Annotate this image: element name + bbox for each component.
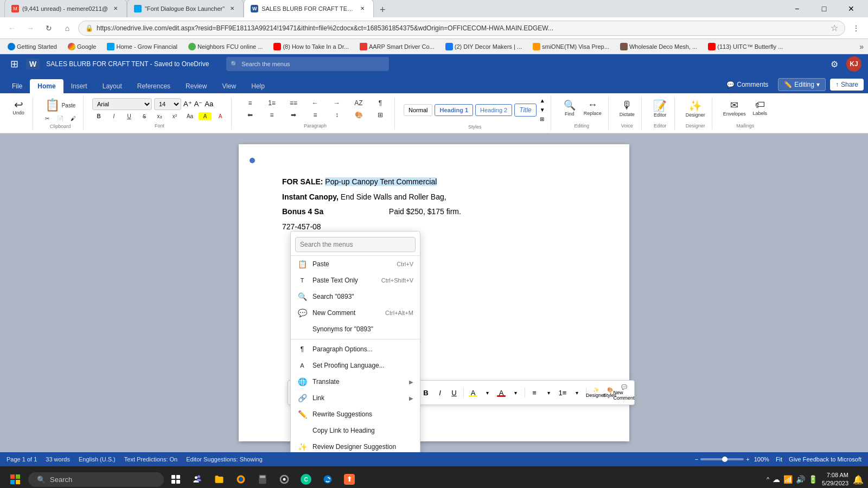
battery-icon[interactable]: 🔋	[808, 475, 818, 484]
bold-button[interactable]: B	[92, 112, 105, 120]
mt-bullets-dropdown[interactable]: ▾	[542, 387, 554, 399]
ctx-rewrite[interactable]: ✏️ Rewrite Suggestions	[291, 406, 420, 422]
mt-highlight-dropdown[interactable]: ▾	[481, 387, 493, 399]
bookmark-neighbors[interactable]: Neighbors FCU online ...	[185, 42, 266, 52]
shading-button[interactable]: 🎨	[349, 110, 368, 120]
font-color-button[interactable]: A	[214, 112, 227, 120]
edge-button[interactable]	[318, 470, 337, 488]
back-button[interactable]: ←	[4, 21, 20, 36]
cricut-button[interactable]: C	[296, 470, 316, 488]
editing-button[interactable]: ✏️ Editing ▾	[778, 78, 826, 91]
firefox-button[interactable]	[231, 470, 251, 488]
borders-button[interactable]: ⊞	[371, 110, 390, 120]
mt-numbering-dropdown[interactable]: ▾	[571, 387, 583, 399]
zoom-slider[interactable]	[700, 458, 744, 460]
tab-word[interactable]: W SALES BLURB FOR CRAFT TENT ✕	[244, 0, 374, 17]
align-left-button[interactable]: ⬅	[240, 110, 260, 120]
increase-font-button[interactable]: A⁺	[183, 100, 192, 108]
user-avatar[interactable]: KJ	[846, 56, 861, 72]
style-heading1[interactable]: Heading 1	[435, 104, 473, 116]
copy-button[interactable]: 📄	[55, 114, 66, 123]
styles-more-down[interactable]: ▼	[539, 106, 546, 114]
bullets-button[interactable]: ≡	[240, 98, 260, 108]
close-button[interactable]: ✕	[839, 0, 864, 17]
maximize-button[interactable]: □	[812, 0, 837, 17]
labels-button[interactable]: 🏷 Labels	[750, 98, 770, 118]
bookmark-wholesale[interactable]: Wholesale Deco Mesh, ...	[617, 42, 700, 52]
document-content[interactable]: FOR SALE: Pop-up Canopy Tent Commercial …	[282, 177, 586, 232]
editor-button[interactable]: 📝 Editor	[650, 98, 670, 119]
dictate-button[interactable]: 🎙 Dictate	[617, 98, 637, 118]
fit-button[interactable]: Fit	[776, 456, 782, 463]
taskbar-search[interactable]: 🔍 Search	[28, 472, 164, 487]
zoom-increase-button[interactable]: +	[746, 456, 749, 463]
justify-button[interactable]: ≡	[305, 110, 325, 120]
mt-font-color-button[interactable]: A	[495, 387, 507, 399]
bookmarks-more-button[interactable]: »	[859, 42, 864, 51]
find-button[interactable]: 🔍 Find	[560, 98, 579, 118]
tab-word-close[interactable]: ✕	[358, 4, 367, 13]
style-normal[interactable]: Normal	[404, 104, 432, 116]
network-icon[interactable]: 📶	[783, 475, 793, 484]
ctx-copy-link[interactable]: Copy Link to Heading	[291, 422, 420, 439]
home-button[interactable]: ⌂	[60, 21, 75, 36]
refresh-button[interactable]: ↻	[41, 21, 56, 36]
teams-button[interactable]	[188, 470, 207, 488]
format-painter-button[interactable]: 🖌	[68, 114, 79, 123]
undo-button[interactable]: ↩ Undo	[9, 98, 28, 117]
style-heading2[interactable]: Heading 2	[475, 104, 512, 116]
underline-button[interactable]: U	[123, 112, 136, 120]
task-view-button[interactable]	[166, 470, 186, 488]
share-button[interactable]: ↑ Share	[830, 79, 864, 91]
ctx-paste-text-only[interactable]: T Paste Text Only Ctrl+Shift+V	[291, 272, 420, 288]
replace-button[interactable]: ↔ Replace	[582, 98, 604, 118]
mt-comment-button[interactable]: 💬 NewComment	[618, 383, 630, 402]
align-center-button[interactable]: ≡	[262, 110, 282, 120]
mt-underline-button[interactable]: U	[448, 387, 460, 399]
mt-font-color-dropdown[interactable]: ▾	[509, 387, 521, 399]
context-search-input[interactable]	[295, 237, 416, 252]
ctx-search[interactable]: 🔍 Search "0893"	[291, 288, 420, 305]
line-spacing-button[interactable]: ↕	[327, 110, 347, 120]
multilevel-list-button[interactable]: ≡≡	[284, 98, 303, 108]
settings-button[interactable]: ⋮	[848, 21, 864, 36]
word-search-bar[interactable]: 🔍 Search the menus	[226, 57, 389, 71]
mt-bullets-button[interactable]: ≡	[528, 387, 540, 399]
bookmark-smione[interactable]: smiONE(TM) Visa Prep...	[529, 42, 612, 52]
bookmark-youtube2[interactable]: (113) UITC™ Butterfly ...	[705, 42, 786, 52]
word-grid-icon[interactable]: ⊞	[7, 56, 22, 72]
tab-references[interactable]: References	[130, 79, 178, 93]
zoom-control[interactable]: − + 100%	[695, 456, 769, 463]
text-case-button[interactable]: Aa	[183, 112, 196, 120]
bookmark-fb[interactable]: (2) DIY Decor Makers | ...	[442, 42, 525, 52]
notification-button[interactable]: 🔔	[853, 474, 864, 485]
tab-insert[interactable]: Insert	[63, 79, 95, 93]
tab-font-close[interactable]: ✕	[228, 4, 237, 13]
show-marks-button[interactable]: ¶	[371, 98, 390, 108]
ctx-designer[interactable]: ✨ Review Designer Suggestion	[291, 439, 420, 452]
mt-highlight-button[interactable]: A	[467, 387, 479, 399]
bookmark-google[interactable]: Google	[65, 42, 99, 52]
bookmark-star[interactable]: ☆	[831, 23, 838, 33]
indent-decrease-button[interactable]: ←	[305, 98, 325, 108]
mt-italic-button[interactable]: I	[434, 387, 446, 399]
mt-designer-button[interactable]: ✨ Designer	[590, 386, 602, 400]
bookmark-youtube1[interactable]: (8) How to Take In a Dr...	[270, 42, 352, 52]
clear-format-button[interactable]: Aa	[205, 100, 213, 108]
sort-button[interactable]: AZ	[349, 98, 368, 108]
feedback-button[interactable]: Give Feedback to Microsoft	[789, 456, 861, 463]
word-settings-button[interactable]: ⚙	[827, 56, 842, 72]
tab-file[interactable]: File	[4, 79, 30, 93]
ctx-paste[interactable]: 📋 Paste Ctrl+V	[291, 256, 420, 272]
styles-more-up[interactable]: ▲	[539, 97, 546, 105]
ctx-link[interactable]: 🔗 Link	[291, 390, 420, 406]
decrease-font-button[interactable]: A⁻	[194, 100, 203, 108]
new-tab-button[interactable]: +	[374, 2, 391, 17]
show-hidden-icon[interactable]: ^	[767, 476, 769, 483]
font-size-selector[interactable]: 14	[154, 98, 181, 110]
tab-layout[interactable]: Layout	[95, 79, 130, 93]
paste-button[interactable]: 📋 Paste	[43, 97, 78, 113]
mt-numbering-button[interactable]: 1≡	[557, 387, 569, 399]
tab-home[interactable]: Home	[30, 79, 63, 93]
envelopes-button[interactable]: ✉ Envelopes	[721, 98, 748, 118]
